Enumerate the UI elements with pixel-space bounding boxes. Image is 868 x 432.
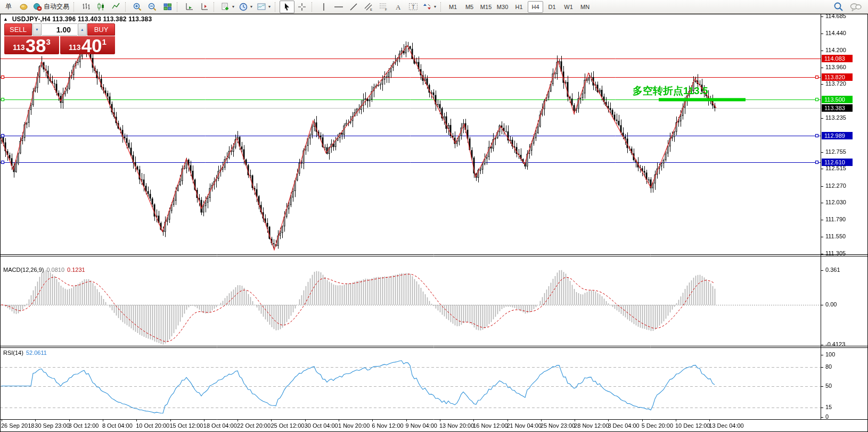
rsi-value: 52.0611 (26, 350, 47, 356)
toolbar-right-group (833, 2, 867, 12)
sell-price-display[interactable]: 113 38 3 (4, 36, 59, 54)
bar-chart-button[interactable] (78, 1, 93, 13)
trendline-tool-button[interactable] (346, 1, 361, 13)
price-tag-113.500[interactable]: 113.500 (822, 96, 853, 103)
timeframe-button-mn[interactable]: MN (577, 1, 593, 13)
buy-price-big: 40 (81, 38, 102, 53)
buy-price-sup: 1 (102, 37, 107, 46)
time-tick-label: 18 Oct 04:00 (203, 422, 237, 429)
macd-signal-value: 0.1231 (67, 267, 85, 273)
volume-down-button[interactable]: ▼ (32, 23, 42, 36)
buy-price-prefix: 113 (69, 43, 81, 52)
volume-up-button[interactable]: ▲ (78, 23, 87, 36)
chat-icon[interactable] (850, 2, 862, 12)
periods-button[interactable]: ▾ (236, 1, 255, 13)
autotrading-label: 自动交易 (44, 2, 69, 11)
macd-tick-label: 0.00 (825, 301, 837, 308)
templates-button[interactable]: ▾ (255, 1, 273, 13)
price-tag-112.610[interactable]: 112.610 (822, 159, 853, 166)
bar-chart-icon (81, 2, 91, 11)
timeframe-button-h1[interactable]: H1 (511, 1, 527, 13)
svg-text:F: F (385, 8, 387, 11)
arrows-tool-button[interactable]: ▾ (421, 1, 438, 13)
chart-annotation-text[interactable]: 多空转折点113.5 (633, 84, 708, 98)
toolbar-separator (275, 2, 277, 12)
macd-tick-label: -0.4123 (825, 341, 845, 347)
timeframe-button-w1[interactable]: W1 (561, 1, 576, 13)
chart-window: ▲ USDJPY-,H4 113.396 113.403 113.382 113… (0, 14, 868, 432)
candlestick-button[interactable] (93, 1, 108, 13)
chart-shift-button[interactable] (196, 1, 211, 13)
new-order-button[interactable]: 单 (1, 1, 16, 13)
chart-canvas[interactable] (0, 14, 868, 432)
timeframe-button-d1[interactable]: D1 (544, 1, 560, 13)
zoom-in-button[interactable] (130, 1, 145, 13)
price-tag-112.989[interactable]: 112.989 (822, 132, 853, 139)
price-tick-label: 112.030 (825, 199, 846, 205)
crosshair-tool-button[interactable] (294, 1, 309, 13)
text-label-icon: T (408, 2, 418, 11)
svg-text:E: E (370, 8, 372, 11)
rsi-label: RSI(14)52.0611 (3, 350, 47, 356)
price-tag-114.083[interactable]: 114.083 (822, 55, 853, 62)
text-tool-button[interactable]: A (391, 1, 406, 13)
label-tool-button[interactable]: T (406, 1, 421, 13)
dropdown-arrow-icon: ▾ (434, 4, 436, 9)
svg-text:A: A (396, 3, 401, 11)
clock-icon (239, 2, 248, 12)
time-tick-label: 13 Dec 04:00 (709, 422, 743, 429)
quote-close: 113.383 (128, 15, 152, 23)
buy-label: BUY (94, 26, 109, 34)
volume-input[interactable] (42, 23, 77, 36)
rsi-tick-label: 15 (825, 404, 832, 410)
time-tick-label: 8 Oct 04:00 (102, 422, 133, 429)
metaquotes-icon[interactable] (16, 1, 31, 13)
buy-button[interactable]: BUY (87, 23, 115, 36)
rsi-name: RSI(14) (3, 350, 23, 356)
timeframe-button-h4[interactable]: H4 (528, 1, 543, 13)
line-chart-button[interactable] (108, 1, 123, 13)
buy-price-display[interactable]: 113 40 1 (60, 36, 115, 54)
auto-scroll-button[interactable] (182, 1, 196, 13)
zoom-out-icon (148, 2, 157, 12)
timeframe-button-m15[interactable]: M15 (478, 1, 494, 13)
time-tick-label: 30 Oct 04:00 (305, 422, 338, 429)
rsi-tick-label: 0 (825, 413, 829, 420)
up-triangle-icon: ▲ (3, 16, 8, 22)
timeframe-button-m5[interactable]: M5 (462, 1, 477, 13)
dropdown-arrow-icon: ▾ (232, 4, 234, 9)
price-tick-label: 114.200 (825, 47, 846, 53)
price-tag-113.383: 113.383 (822, 104, 853, 112)
indicators-button[interactable]: ▾ (218, 1, 236, 13)
symbol-title: USDJPY-,H4 (12, 15, 51, 23)
sell-button[interactable]: SELL (4, 23, 32, 36)
price-tag-113.820[interactable]: 113.820 (822, 73, 853, 81)
time-tick-label: 22 Oct 20:00 (237, 422, 271, 429)
tile-windows-icon (163, 2, 172, 11)
toolbar-separator (177, 2, 179, 12)
quote-open: 113.396 (52, 15, 76, 23)
timeframe-toolbar: M1M5M15M30H1H4D1W1MN (445, 1, 593, 13)
crosshair-icon (298, 3, 306, 11)
channel-tool-button[interactable]: E (361, 1, 376, 13)
time-tick-label: 26 Sep 2018 (1, 422, 34, 429)
autotrading-button[interactable]: 自动交易 (31, 1, 71, 13)
time-tick-label: 9 Nov 04:00 (406, 422, 437, 429)
vertical-line-tool-button[interactable] (316, 1, 331, 13)
template-icon (257, 2, 266, 12)
timeframe-button-m1[interactable]: M1 (445, 1, 461, 13)
zoom-out-button[interactable] (145, 1, 160, 13)
macd-tick-label: 0.361 (825, 267, 840, 273)
timeframe-button-m30[interactable]: M30 (495, 1, 510, 13)
horizontal-line-tool-button[interactable] (331, 1, 346, 13)
cursor-icon (283, 3, 291, 11)
tile-windows-button[interactable] (160, 1, 175, 13)
macd-label: MACD(12,26,9)0.08100.1231 (3, 267, 85, 273)
price-tick-label: 114.440 (825, 30, 846, 36)
cursor-tool-button[interactable] (280, 1, 294, 13)
price-tick-label: 111.550 (825, 233, 846, 239)
search-icon[interactable] (833, 2, 844, 12)
fibonacci-tool-button[interactable]: F (376, 1, 391, 13)
price-tick-label: 113.235 (825, 114, 846, 121)
time-tick-label: 15 Oct 12:00 (170, 422, 203, 429)
